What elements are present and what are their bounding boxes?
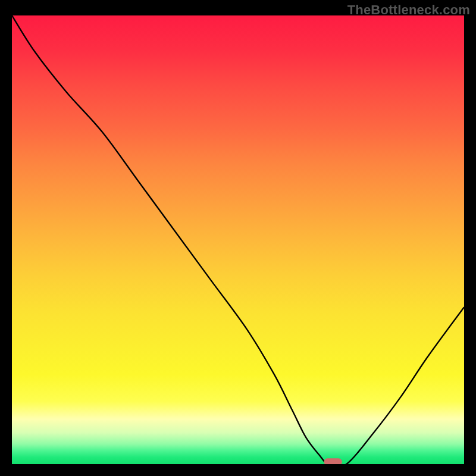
bottleneck-curve-path (12, 15, 464, 464)
plot-area (12, 15, 464, 464)
curve-layer (12, 15, 464, 464)
optimal-marker (324, 458, 342, 464)
chart-frame: TheBottleneck.com (0, 0, 476, 476)
watermark-text: TheBottleneck.com (347, 2, 470, 18)
